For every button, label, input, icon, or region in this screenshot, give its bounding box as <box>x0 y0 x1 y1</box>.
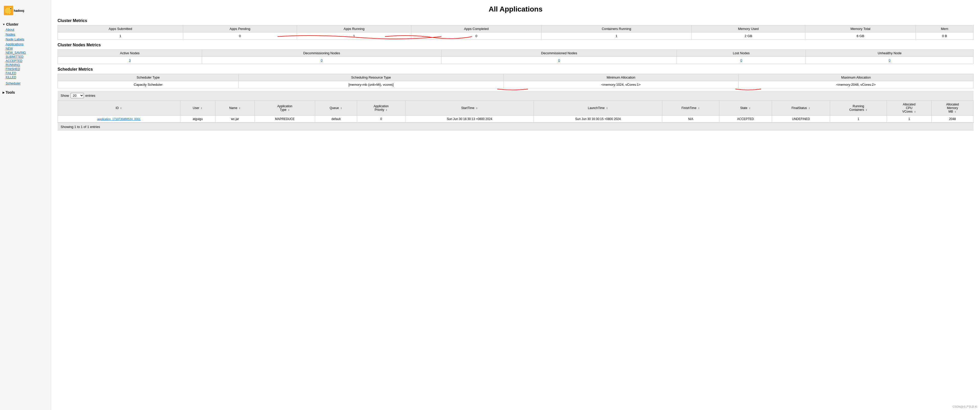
col-memory-total: Memory Total <box>805 26 916 32</box>
col-memory-used: Memory Used <box>692 26 805 32</box>
cluster-metrics-title: Cluster Metrics <box>57 18 974 23</box>
th-allocated-memory[interactable]: AllocatedMemoryMB ⇕ <box>931 101 974 116</box>
th-user[interactable]: User ⇕ <box>180 101 215 116</box>
cluster-collapse-icon: ▼ <box>3 23 5 26</box>
show-label: Show <box>60 94 69 97</box>
entries-select[interactable]: 10 20 50 100 <box>71 93 84 98</box>
type-sort-icon: ⇕ <box>288 109 290 111</box>
cell-state: ACCEPTED <box>719 116 772 123</box>
sidebar-item-scheduler[interactable]: Scheduler <box>3 81 48 86</box>
scheduler-metrics-title: Scheduler Metrics <box>57 67 974 72</box>
hadoop-logo-icon: hadoop <box>4 5 24 17</box>
col-scheduler-type: Scheduler Type <box>58 74 239 81</box>
finish-sort-icon: ⇕ <box>698 107 700 110</box>
svg-point-4 <box>10 8 11 9</box>
cell-priority: 0 <box>357 116 406 123</box>
cluster-metrics-table: Apps Submitted Apps Pending Apps Running… <box>57 25 974 40</box>
val-memory-used: 2 GB <box>692 32 805 40</box>
nodes-link[interactable]: Nodes <box>6 32 15 36</box>
col-apps-submitted: Apps Submitted <box>58 26 183 32</box>
decommissioned-link[interactable]: 0 <box>558 58 560 62</box>
sidebar-item-node-labels[interactable]: Node Labels <box>3 37 48 42</box>
th-launch-time[interactable]: LaunchTime ⇕ <box>534 101 662 116</box>
scheduler-link[interactable]: Scheduler <box>6 81 21 85</box>
val-apps-submitted: 1 <box>58 32 183 40</box>
applications-table: ID ⇕ User ⇕ Name ⇕ ApplicationType ⇕ Que… <box>57 101 974 123</box>
sidebar-item-nodes[interactable]: Nodes <box>3 32 48 37</box>
th-allocated-cpu[interactable]: AllocatedCPUVCores ⇕ <box>887 101 932 116</box>
val-memory-total: 6 GB <box>805 32 916 40</box>
val-decommissioned-nodes[interactable]: 0 <box>442 57 677 64</box>
logo-area: hadoop <box>0 3 51 21</box>
cell-id[interactable]: application_1719735888534_0001 <box>58 116 180 123</box>
th-running-containers[interactable]: RunningContainers ⇕ <box>830 101 887 116</box>
val-decommissioning-nodes[interactable]: 0 <box>202 57 441 64</box>
val-apps-completed: 0 <box>411 32 541 40</box>
app-running-link[interactable]: RUNNING <box>6 63 48 67</box>
cluster-label: Cluster <box>6 22 18 26</box>
containers-sort-icon: ⇕ <box>865 109 867 111</box>
th-finish-time[interactable]: FinishTime ⇕ <box>662 101 719 116</box>
app-new-saving-link[interactable]: NEW_SAVING <box>6 51 48 55</box>
col-unhealthy-nodes: Unhealthy Node <box>806 49 974 57</box>
th-id[interactable]: ID ⇕ <box>58 101 180 116</box>
col-apps-pending: Apps Pending <box>183 26 297 32</box>
name-sort-icon: ⇕ <box>239 107 241 110</box>
page-title: All Applications <box>57 5 974 13</box>
memory-sort-icon: ⇕ <box>955 110 956 113</box>
cluster-section-title[interactable]: ▼ Cluster <box>3 21 48 27</box>
col-mem: Mem <box>916 26 974 32</box>
unhealthy-nodes-link[interactable]: 0 <box>889 58 891 62</box>
col-scheduling-resource-type: Scheduling Resource Type <box>239 74 503 81</box>
cluster-section: ▼ Cluster About Nodes Node Labels Applic… <box>0 21 51 87</box>
tools-label: Tools <box>6 90 15 94</box>
cell-queue: default <box>315 116 357 123</box>
cpu-sort-icon: ⇕ <box>914 110 916 113</box>
app-accepted-link[interactable]: ACCEPTED <box>6 59 48 63</box>
col-apps-completed: Apps Completed <box>411 26 541 32</box>
app-id-link[interactable]: application_1719735888534_0001 <box>97 118 140 121</box>
th-name[interactable]: Name ⇕ <box>215 101 255 116</box>
val-containers-running: 1 <box>541 32 692 40</box>
about-link[interactable]: About <box>6 28 14 32</box>
cell-user: atguigu <box>180 116 215 123</box>
tools-collapse-icon: ▶ <box>3 91 5 94</box>
val-minimum-allocation: <memory:1024, vCores:1> <box>503 81 738 88</box>
svg-point-3 <box>11 9 12 12</box>
active-nodes-link[interactable]: 3 <box>129 58 131 62</box>
th-final-status[interactable]: FinalStatus ⇕ <box>772 101 830 116</box>
th-queue[interactable]: Queue ⇕ <box>315 101 357 116</box>
scheduler-metrics-container: Scheduler Type Scheduling Resource Type … <box>57 74 974 88</box>
app-killed-link[interactable]: KILLED <box>6 75 48 79</box>
th-application-type[interactable]: ApplicationType ⇕ <box>255 101 315 116</box>
app-submitted-link[interactable]: SUBMITTED <box>6 55 48 59</box>
queue-sort-icon: ⇕ <box>340 107 342 110</box>
th-start-time[interactable]: StartTime ⇕ <box>405 101 534 116</box>
val-active-nodes[interactable]: 3 <box>58 57 202 64</box>
sidebar-item-about[interactable]: About <box>3 27 48 32</box>
decommissioning-link[interactable]: 0 <box>321 58 323 62</box>
applications-link[interactable]: Applications <box>6 42 24 46</box>
node-labels-link[interactable]: Node Labels <box>6 37 24 41</box>
cell-launch-time: Sun Jun 30 16:30:15 +0800 2024 <box>534 116 662 123</box>
th-state[interactable]: State ⇕ <box>719 101 772 116</box>
cell-allocated-cpu: 1 <box>887 116 932 123</box>
sidebar-item-applications[interactable]: Applications <box>3 42 48 46</box>
showing-entries-footer: Showing 1 to 1 of 1 entries <box>57 123 974 131</box>
app-failed-link[interactable]: FAILED <box>6 71 48 75</box>
cell-start-time: Sun Jun 30 16:30:13 +0800 2024 <box>405 116 534 123</box>
val-apps-pending: 0 <box>183 32 297 40</box>
col-containers-running: Containers Running <box>541 26 692 32</box>
app-new-link[interactable]: NEW <box>6 46 48 51</box>
val-scheduler-type: Capacity Scheduler <box>58 81 239 88</box>
col-maximum-allocation: Maximum Allocation <box>738 74 974 81</box>
th-application-priority[interactable]: ApplicationPriority ⇕ <box>357 101 406 116</box>
lost-nodes-link[interactable]: 0 <box>740 58 742 62</box>
finalstatus-sort-icon: ⇕ <box>808 107 810 110</box>
cluster-metrics-container: Apps Submitted Apps Pending Apps Running… <box>57 25 974 40</box>
tools-section-title[interactable]: ▶ Tools <box>3 90 48 94</box>
cell-name: wc.jar <box>215 116 255 123</box>
app-finished-link[interactable]: FINISHED <box>6 67 48 71</box>
val-lost-nodes[interactable]: 0 <box>677 57 806 64</box>
val-unhealthy-nodes[interactable]: 0 <box>806 57 974 64</box>
